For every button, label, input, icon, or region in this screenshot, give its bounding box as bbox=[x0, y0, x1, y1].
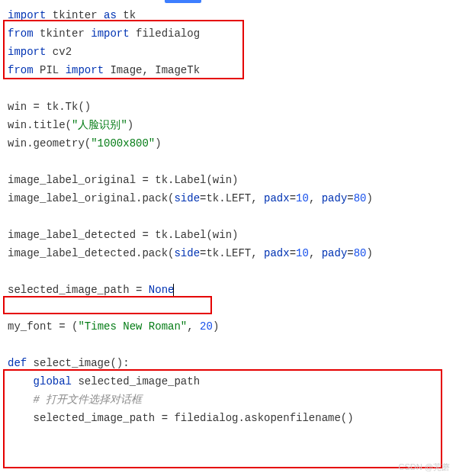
watermark: CSDN @芜蘑 bbox=[399, 462, 450, 473]
blank-1 bbox=[8, 82, 14, 95]
blank-4 bbox=[8, 265, 14, 278]
blank-3 bbox=[8, 211, 14, 223]
blank-5 bbox=[8, 302, 14, 314]
line-22: # 打开文件选择对话框 bbox=[8, 394, 142, 406]
line-10: image_label_original = tk.Label(win) bbox=[8, 174, 238, 186]
line-23: selected_image_path = filedialog.askopen… bbox=[8, 412, 354, 424]
line-18: my_font = ("Times New Roman", 20) bbox=[8, 320, 219, 333]
line-3: import cv2 bbox=[8, 46, 72, 58]
blank-2 bbox=[8, 156, 14, 168]
line-20: def select_image(): bbox=[8, 357, 130, 369]
line-14: image_label_detected.pack(side=tk.LEFT, … bbox=[8, 247, 373, 259]
code-block: import tkinter as tk from tkinter import… bbox=[0, 0, 456, 433]
line-11: image_label_original.pack(side=tk.LEFT, … bbox=[8, 192, 373, 204]
line-8: win.geometry("1000x800") bbox=[8, 137, 162, 150]
line-1: import tkinter as tk bbox=[8, 9, 136, 21]
line-21: global selected_image_path bbox=[8, 375, 200, 388]
blank-6 bbox=[8, 339, 14, 351]
line-6: win = tk.Tk() bbox=[8, 101, 91, 113]
line-7: win.title("人脸识别") bbox=[8, 119, 133, 131]
line-4: from PIL import Image, ImageTk bbox=[8, 64, 200, 76]
line-13: image_label_detected = tk.Label(win) bbox=[8, 229, 238, 241]
text-cursor bbox=[173, 284, 174, 296]
line-16: selected_image_path = None bbox=[8, 284, 174, 296]
line-2: from tkinter import filedialog bbox=[8, 27, 200, 40]
